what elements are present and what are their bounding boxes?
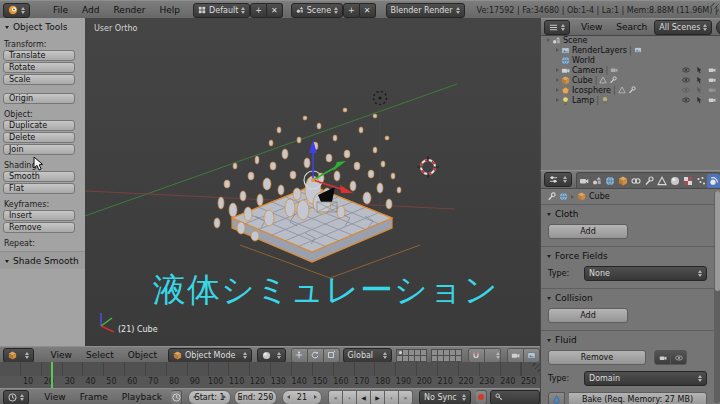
outliner-item-icosphere[interactable]: Icosphere | xyxy=(541,85,720,95)
transform-orientation-selector[interactable]: Global xyxy=(343,348,392,363)
snap-toggle[interactable] xyxy=(468,348,485,363)
frame-end-field[interactable]: End: 250 xyxy=(234,390,277,404)
fluid-render-toggle[interactable] xyxy=(654,350,671,365)
tab-scene[interactable] xyxy=(590,174,603,188)
layout-add-button[interactable]: + xyxy=(250,3,267,18)
frame-start-field[interactable]: Start: 1 xyxy=(188,390,231,404)
menu-frame[interactable]: Frame xyxy=(73,392,115,402)
visibility-eye-icon[interactable] xyxy=(682,96,690,104)
auto-keyframe-record-button[interactable] xyxy=(476,390,487,404)
fluid-panel-header[interactable]: Fluid xyxy=(541,331,714,348)
outliner-item-scene[interactable]: Scene xyxy=(541,35,720,45)
renderable-camera-icon[interactable] xyxy=(708,76,716,84)
tab-render[interactable] xyxy=(577,174,590,188)
scene-add-button[interactable]: + xyxy=(343,3,360,18)
editor-type-selector-timeline[interactable] xyxy=(3,390,29,404)
menu-view-outliner[interactable]: View xyxy=(574,22,609,32)
editor-type-selector-3dview[interactable] xyxy=(3,348,34,363)
manipulator-rotate-toggle[interactable] xyxy=(308,348,324,363)
menu-add[interactable]: Add xyxy=(75,5,106,15)
menu-playback[interactable]: Playback xyxy=(115,392,169,402)
insert-keyframe-button[interactable]: Insert xyxy=(3,210,75,221)
scale-button[interactable]: Scale xyxy=(3,74,75,85)
play-reverse-button[interactable]: ◀ xyxy=(357,390,371,404)
tab-object-data[interactable] xyxy=(655,174,668,188)
layer-buttons-group-2[interactable] xyxy=(432,349,462,361)
play-button[interactable]: ▶ xyxy=(371,390,385,404)
cloth-panel-header[interactable]: Cloth xyxy=(541,205,714,222)
panel-header-shade-smooth[interactable]: Shade Smooth xyxy=(0,251,85,269)
tab-world[interactable] xyxy=(603,174,616,188)
menu-object[interactable]: Object xyxy=(121,350,164,360)
current-frame-field[interactable]: 21 xyxy=(282,390,322,404)
menu-view[interactable]: View xyxy=(44,350,79,360)
outliner-item-cube[interactable]: Cube | xyxy=(541,75,720,85)
selectable-pointer-icon[interactable] xyxy=(695,86,703,94)
render-engine-selector[interactable]: Blender Render xyxy=(386,3,465,18)
outliner-display-filter[interactable]: All Scenes xyxy=(654,20,712,35)
fluid-bake-icon-button[interactable] xyxy=(548,392,565,404)
render-opengl-anim-button[interactable] xyxy=(524,348,540,363)
cloth-add-button[interactable]: Add xyxy=(548,224,628,239)
outliner-item-camera[interactable]: Camera | xyxy=(541,65,720,75)
editor-type-selector[interactable] xyxy=(3,3,30,18)
selectable-pointer-icon[interactable] xyxy=(695,76,703,84)
renderable-camera-icon[interactable] xyxy=(708,96,716,104)
jump-to-end-button[interactable]: » xyxy=(399,390,413,404)
prev-keyframe-button[interactable]: ‹ xyxy=(343,390,357,404)
layout-delete-button[interactable]: ✕ xyxy=(267,3,283,18)
outliner-item-world[interactable]: World xyxy=(541,55,720,65)
visibility-eye-icon[interactable] xyxy=(682,86,690,94)
timeline-playhead[interactable] xyxy=(51,362,53,388)
viewport-3d[interactable]: User Ortho (21) Cube 液体シミュレーション xyxy=(85,18,540,346)
fluid-type-selector[interactable]: Domain xyxy=(584,371,707,386)
tab-material[interactable] xyxy=(668,174,681,188)
tab-physics[interactable] xyxy=(707,174,720,188)
sync-mode-selector[interactable]: No Sync xyxy=(419,390,471,404)
keying-set-field[interactable] xyxy=(490,390,540,404)
delete-button[interactable]: Delete xyxy=(3,132,75,143)
menu-select[interactable]: Select xyxy=(79,350,121,360)
fluid-viewport-toggle[interactable] xyxy=(671,350,687,365)
scene-selector[interactable]: Scene xyxy=(291,3,343,18)
snap-element-selector[interactable] xyxy=(485,348,501,363)
next-keyframe-button[interactable]: › xyxy=(385,390,399,404)
selectable-pointer-icon[interactable] xyxy=(695,96,703,104)
remove-keyframe-button[interactable]: Remove xyxy=(3,222,75,233)
menu-help[interactable]: Help xyxy=(153,5,188,15)
manipulator-scale-toggle[interactable] xyxy=(324,348,340,363)
visibility-eye-icon[interactable] xyxy=(682,76,690,84)
translate-button[interactable]: Translate xyxy=(3,50,75,61)
outliner-item-renderlayers[interactable]: RenderLayers | xyxy=(541,45,720,55)
outliner-item-lamp[interactable]: Lamp | xyxy=(541,95,720,105)
panel-header-object-tools[interactable]: Object Tools xyxy=(0,18,85,35)
timeline-track[interactable] xyxy=(0,362,540,377)
screen-layout-selector[interactable]: Default xyxy=(193,3,250,18)
fluid-remove-button[interactable]: Remove xyxy=(548,350,646,365)
flat-button[interactable]: Flat xyxy=(3,183,75,194)
join-button[interactable]: Join xyxy=(3,144,75,155)
viewport-shading-selector[interactable] xyxy=(257,348,286,363)
collision-add-button[interactable]: Add xyxy=(548,308,628,323)
manipulator-translate-toggle[interactable] xyxy=(291,348,308,363)
layer-buttons-group-1[interactable] xyxy=(397,349,427,361)
menu-view-timeline[interactable]: View xyxy=(37,392,72,402)
renderable-camera-icon[interactable] xyxy=(708,66,716,74)
render-opengl-button[interactable] xyxy=(507,348,524,363)
rotate-button[interactable]: Rotate xyxy=(3,62,75,73)
selectable-pointer-icon[interactable] xyxy=(695,66,703,74)
mode-selector[interactable]: Object Mode xyxy=(168,348,252,363)
scene-delete-button[interactable]: ✕ xyxy=(360,3,376,18)
duplicate-button[interactable]: Duplicate xyxy=(3,120,75,131)
scrollbar-thumb[interactable] xyxy=(715,191,720,291)
force-fields-panel-header[interactable]: Force Fields xyxy=(541,247,714,264)
fluid-bake-button[interactable]: Bake (Req. Memory: 27 MB) xyxy=(569,392,707,404)
editor-type-selector-properties[interactable] xyxy=(544,172,572,187)
origin-button[interactable]: Origin xyxy=(3,93,75,104)
outliner-search-box[interactable] xyxy=(716,20,720,35)
tab-constraints[interactable] xyxy=(629,174,642,188)
tab-texture[interactable] xyxy=(681,174,694,188)
smooth-button[interactable]: Smooth xyxy=(3,171,75,182)
properties-scrollbar[interactable] xyxy=(714,191,720,403)
visibility-eye-icon[interactable] xyxy=(682,66,690,74)
